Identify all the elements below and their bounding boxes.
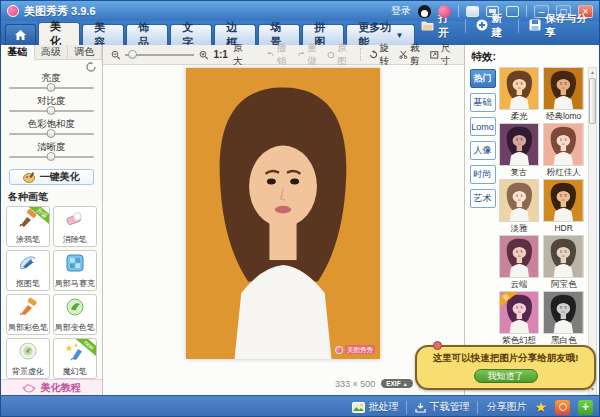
- effect-淡雅[interactable]: 淡雅: [499, 179, 540, 235]
- download-manager-button[interactable]: 下载管理: [415, 400, 469, 414]
- slider-track-清晰度[interactable]: [9, 152, 94, 162]
- zoom-slider-thumb[interactable]: [128, 50, 137, 59]
- effect-category-基础[interactable]: 基础: [470, 93, 496, 112]
- tooltip-pin-icon: [433, 341, 442, 350]
- beautify-palette-icon: [23, 171, 36, 183]
- effect-云端[interactable]: 云端: [499, 235, 540, 291]
- brush-局部马赛克[interactable]: 局部马赛克: [53, 250, 97, 291]
- effect-经典lomo[interactable]: 经典lomo: [543, 67, 584, 123]
- slider-thumb[interactable]: [47, 152, 56, 161]
- cutout-pen-icon: [17, 253, 39, 277]
- tab-饰品[interactable]: 饰品: [126, 24, 168, 45]
- zoom-in-icon[interactable]: [199, 49, 209, 61]
- zoom-slider[interactable]: [125, 50, 194, 60]
- tab-文字[interactable]: 文字: [170, 24, 212, 45]
- folder-open-icon: [421, 20, 434, 33]
- tab-美容[interactable]: 美容: [82, 24, 124, 45]
- canvas-toolbar: 1:1 原大 撤销 重做 原图 旋转: [103, 45, 464, 65]
- brush-label: 魔幻笔: [63, 366, 87, 377]
- subtab-基础[interactable]: 基础: [1, 45, 35, 60]
- redo-button[interactable]: 重做: [297, 42, 323, 68]
- slider-track-对比度[interactable]: [9, 106, 94, 116]
- beautify-tutorial-link[interactable]: 美化教程: [1, 379, 102, 395]
- resize-button[interactable]: 尺寸: [430, 42, 456, 68]
- effect-label: 阿宝色: [543, 278, 584, 291]
- save-share-button[interactable]: 保存与分享: [523, 10, 595, 42]
- effect-thumbnail: 新: [499, 291, 540, 334]
- recolor-pen-icon: [65, 297, 85, 321]
- effect-粉红佳人[interactable]: 粉红佳人: [543, 123, 584, 179]
- brush-抠图笔[interactable]: 抠图笔: [6, 250, 50, 291]
- app-title: 美图秀秀 3.9.6: [24, 4, 96, 19]
- effect-阿宝色[interactable]: 阿宝色: [543, 235, 584, 291]
- batch-image-icon: [352, 402, 365, 413]
- beautify-label: 一键美化: [40, 170, 80, 184]
- zoom-original-label[interactable]: 原大: [233, 42, 248, 68]
- slider-track-亮度[interactable]: [9, 83, 94, 93]
- rotate-button[interactable]: 旋转: [369, 42, 395, 68]
- brush-涂鸦笔[interactable]: 涂鸦笔升级: [6, 206, 50, 247]
- reset-icon[interactable]: [86, 62, 96, 72]
- login-link[interactable]: 登录: [391, 4, 411, 18]
- original-image-button[interactable]: 原图: [327, 42, 352, 68]
- qq-icon[interactable]: [418, 5, 431, 18]
- brush-局部变色笔[interactable]: 局部变色笔: [53, 294, 97, 335]
- effect-label: 粉红佳人: [543, 166, 584, 179]
- effect-柔光[interactable]: 柔光: [499, 67, 540, 123]
- app-frame-icon[interactable]: [506, 6, 519, 17]
- tab-美化[interactable]: 美化: [38, 22, 80, 45]
- effect-category-热门[interactable]: 热门: [470, 69, 496, 88]
- slider-thumb[interactable]: [47, 129, 56, 138]
- subtab-高级[interactable]: 高级: [35, 45, 69, 59]
- add-share-target-icon[interactable]: +: [578, 400, 593, 415]
- tooltip-ok-button[interactable]: 我知道了: [474, 369, 538, 383]
- brush-局部彩色笔[interactable]: 局部彩色笔: [6, 294, 50, 335]
- batch-process-button[interactable]: 批处理: [352, 400, 398, 414]
- share-image-button[interactable]: 分享图片: [486, 400, 526, 414]
- mail-icon[interactable]: [466, 6, 479, 17]
- subtab-调色[interactable]: 调色: [68, 45, 102, 59]
- adjust-slider: 对比度: [9, 95, 94, 116]
- effect-thumbnail: [499, 67, 540, 110]
- left-sidebar: 基础高级调色 亮度对比度色彩饱和度清晰度 一键美化 各种画笔 涂鸦笔升级消除笔抠…: [1, 45, 103, 395]
- slider-thumb[interactable]: [47, 83, 56, 92]
- qzone-star-icon[interactable]: ★: [534, 399, 547, 415]
- effect-category-时尚[interactable]: 时尚: [470, 165, 496, 184]
- one-click-beautify-button[interactable]: 一键美化: [9, 169, 94, 185]
- brush-消除笔[interactable]: 消除笔: [53, 206, 97, 247]
- effect-category-Lomo[interactable]: Lomo: [470, 117, 496, 136]
- undo-button[interactable]: 撤销: [266, 42, 292, 68]
- effect-复古[interactable]: 复古: [499, 123, 540, 179]
- zoom-ratio[interactable]: 1:1: [213, 49, 227, 60]
- effect-category-人像[interactable]: 人像: [470, 141, 496, 160]
- photo[interactable]: 美图秀秀: [186, 68, 380, 359]
- exif-badge[interactable]: EXIF▲: [381, 379, 412, 388]
- slider-track-色彩饱和度[interactable]: [9, 129, 94, 139]
- weibo-icon[interactable]: [555, 400, 570, 415]
- mosaic-icon: [65, 253, 85, 277]
- image-size-info: 333 × 500: [335, 379, 375, 389]
- message-icon[interactable]: [486, 6, 499, 17]
- effect-thumbnail: [543, 291, 584, 334]
- adjust-slider: 清晰度: [9, 141, 94, 162]
- photo-canvas[interactable]: 美图秀秀 333 × 500 EXIF▲ 对比: [103, 65, 464, 395]
- brush-魔幻笔[interactable]: 魔幻笔new: [53, 338, 97, 379]
- slider-thumb[interactable]: [47, 106, 56, 115]
- home-tab[interactable]: [5, 24, 36, 45]
- zoom-out-icon[interactable]: [111, 49, 121, 61]
- effect-category-艺术[interactable]: 艺术: [470, 189, 496, 208]
- meitu-account-icon[interactable]: [438, 5, 451, 18]
- brush-label: 消除笔: [63, 234, 87, 245]
- scrollbar-thumb[interactable]: [589, 78, 596, 124]
- effect-HDR[interactable]: HDR: [543, 179, 584, 235]
- effect-黑白色[interactable]: 黑白色: [543, 291, 584, 347]
- effect-thumbnail: [499, 179, 540, 222]
- effect-紫色幻想[interactable]: 新紫色幻想: [499, 291, 540, 347]
- crop-button[interactable]: 裁剪: [399, 42, 425, 68]
- save-icon: [529, 19, 541, 33]
- effect-thumbnail: [543, 123, 584, 166]
- scroll-up-icon[interactable]: ▲: [590, 68, 595, 77]
- watermark-logo-icon: [335, 346, 343, 354]
- brush-背景虚化[interactable]: 背景虚化: [6, 338, 50, 379]
- effect-thumbnail: [499, 123, 540, 166]
